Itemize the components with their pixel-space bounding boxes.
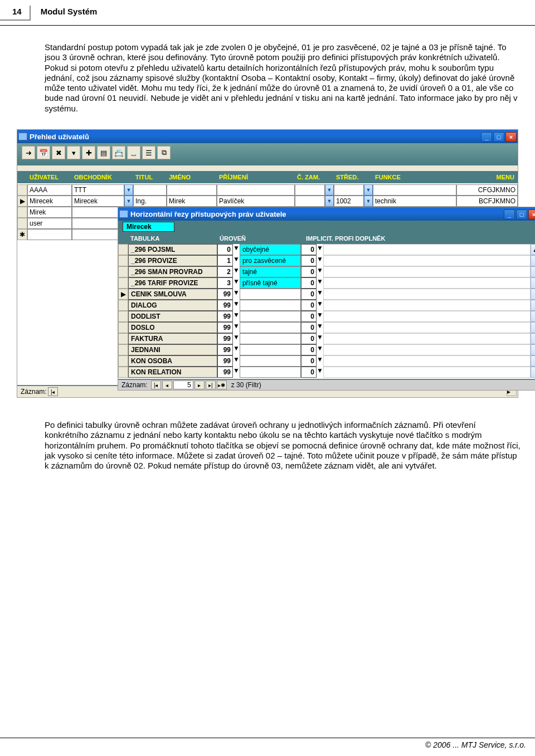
- chevron-down-icon[interactable]: ▼: [317, 333, 323, 344]
- chevron-down-icon[interactable]: ▼: [124, 184, 133, 196]
- toolbar-btn-5[interactable]: ✚: [82, 146, 95, 159]
- col-uzivatel[interactable]: UŽIVATEL: [27, 174, 72, 181]
- toolbar-btn-7[interactable]: 📇: [112, 146, 125, 159]
- scrollbar[interactable]: [531, 255, 535, 266]
- maximize-button[interactable]: □: [516, 209, 527, 220]
- close-button[interactable]: ×: [528, 209, 535, 220]
- col-jmeno[interactable]: JMÉNO: [167, 174, 217, 181]
- chevron-down-icon[interactable]: ▼: [317, 355, 323, 367]
- table-row[interactable]: KON OSOBA99▼0▼: [118, 355, 535, 367]
- col-stred[interactable]: STŘED.: [334, 174, 373, 181]
- chevron-down-icon[interactable]: ▼: [317, 255, 323, 266]
- scrollbar[interactable]: [531, 277, 535, 289]
- chevron-down-icon[interactable]: ▼: [233, 355, 240, 367]
- table-row[interactable]: ▶CENIK SMLOUVA99▼0▼: [118, 289, 535, 300]
- minimize-button[interactable]: _: [481, 132, 492, 142]
- chevron-down-icon[interactable]: ▼: [233, 311, 240, 322]
- row-selector[interactable]: [118, 255, 128, 266]
- table-row[interactable]: DODLIST99▼0▼: [118, 311, 535, 322]
- row-selector[interactable]: [118, 266, 128, 277]
- minimize-button[interactable]: _: [504, 209, 515, 220]
- col-implicit[interactable]: IMPLICIT. PROFI DOPLNĚK: [304, 235, 535, 242]
- table-row[interactable]: FAKTURA99▼0▼: [118, 333, 535, 344]
- table-row[interactable]: _296 POJSML0▼obyčejné0▼▲: [118, 244, 535, 255]
- row-selector[interactable]: [118, 333, 128, 344]
- maximize-button[interactable]: □: [493, 132, 504, 142]
- toolbar-btn-10[interactable]: ⧉: [157, 146, 171, 159]
- row-selector[interactable]: [118, 277, 128, 289]
- chevron-down-icon[interactable]: ▼: [233, 244, 240, 255]
- chevron-down-icon[interactable]: ▼: [317, 300, 323, 311]
- scrollbar[interactable]: ▲: [531, 244, 535, 255]
- toolbar-btn-3[interactable]: ✖: [52, 146, 65, 159]
- nav-prev-button[interactable]: ◂: [162, 381, 172, 389]
- table-row[interactable]: _296 TARIF PROVIZE3▼přísně tajné0▼: [118, 277, 535, 289]
- col-menu[interactable]: MENU: [456, 174, 518, 181]
- titlebar[interactable]: Přehled uživatelů _ □ ×: [17, 130, 518, 143]
- toolbar-btn-4[interactable]: ▾: [67, 146, 80, 159]
- col-uroven[interactable]: ÚROVEŇ: [217, 235, 304, 242]
- nav-position[interactable]: 5: [173, 381, 193, 389]
- toolbar-btn-1[interactable]: ➜: [22, 146, 35, 159]
- scrollbar[interactable]: [531, 333, 535, 344]
- chevron-down-icon[interactable]: ▼: [364, 184, 373, 196]
- row-selector[interactable]: [17, 207, 27, 218]
- chevron-down-icon[interactable]: ▼: [233, 322, 240, 333]
- row-selector[interactable]: [118, 322, 128, 333]
- chevron-down-icon[interactable]: ▼: [317, 311, 323, 322]
- nav-first-button[interactable]: |◂: [48, 387, 58, 396]
- row-selector[interactable]: [118, 355, 128, 367]
- close-button[interactable]: ×: [505, 132, 517, 142]
- chevron-down-icon[interactable]: ▼: [317, 277, 323, 289]
- chevron-down-icon[interactable]: ▼: [317, 322, 323, 333]
- nav-next-button[interactable]: ▸: [194, 381, 205, 389]
- table-row[interactable]: DOSLO99▼0▼: [118, 322, 535, 333]
- row-selector[interactable]: [118, 311, 128, 322]
- col-tabulka[interactable]: TABULKA: [128, 235, 217, 242]
- row-selector[interactable]: [17, 218, 27, 229]
- chevron-down-icon[interactable]: ▼: [233, 344, 240, 355]
- chevron-down-icon[interactable]: ▼: [233, 367, 240, 378]
- scrollbar[interactable]: [531, 311, 535, 322]
- row-selector[interactable]: ▶: [17, 196, 27, 207]
- chevron-down-icon[interactable]: ▼: [317, 344, 323, 355]
- scrollbar[interactable]: [531, 367, 535, 378]
- nav-new-button[interactable]: ▸✱: [217, 381, 227, 389]
- chevron-down-icon[interactable]: ▼: [317, 289, 323, 300]
- row-selector[interactable]: [17, 184, 27, 196]
- toolbar-btn-8[interactable]: ⎵: [127, 146, 140, 159]
- chevron-down-icon[interactable]: ▼: [233, 300, 240, 311]
- scrollbar[interactable]: [531, 289, 535, 300]
- row-selector[interactable]: [118, 244, 128, 255]
- chevron-down-icon[interactable]: ▼: [317, 244, 323, 255]
- table-row[interactable]: _296 SMAN PROVRAD2▼tajné0▼: [118, 266, 535, 277]
- table-row[interactable]: DIALOG99▼0▼: [118, 300, 535, 311]
- table-row[interactable]: ▶ Mirecek Mirecek ▼ Ing. Mirek Pavlíček …: [17, 196, 518, 207]
- row-selector[interactable]: [118, 344, 128, 355]
- scrollbar[interactable]: [531, 322, 535, 333]
- chevron-down-icon[interactable]: ▼: [325, 184, 334, 196]
- row-selector[interactable]: [118, 300, 128, 311]
- chevron-down-icon[interactable]: ▼: [317, 266, 323, 277]
- toolbar-btn-6[interactable]: ▤: [97, 146, 110, 159]
- scrollbar[interactable]: [531, 300, 535, 311]
- col-obchodnik[interactable]: OBCHODNÍK: [72, 174, 133, 181]
- col-czam[interactable]: Č. ZAM.: [295, 174, 334, 181]
- row-selector[interactable]: [118, 367, 128, 378]
- scrollbar[interactable]: [531, 266, 535, 277]
- chevron-down-icon[interactable]: ▼: [233, 255, 240, 266]
- titlebar[interactable]: Horizontální řezy přístupových práv uživ…: [118, 207, 535, 221]
- row-selector[interactable]: ▶: [118, 289, 128, 300]
- table-row[interactable]: KON RELATION99▼0▼: [118, 367, 535, 378]
- toolbar-btn-9[interactable]: ☰: [142, 146, 155, 159]
- chevron-down-icon[interactable]: ▼: [364, 196, 373, 207]
- chevron-down-icon[interactable]: ▼: [233, 277, 240, 289]
- nav-last-button[interactable]: ▸|: [206, 381, 216, 389]
- scrollbar[interactable]: [531, 344, 535, 355]
- table-row[interactable]: AAAA TTT ▼ ▼ ▼ CFGJKMNO: [17, 184, 518, 196]
- scrollbar[interactable]: [531, 355, 535, 367]
- col-prijmeni[interactable]: PŘÍJMENÍ: [217, 174, 295, 181]
- table-row[interactable]: _296 PROVIZE1▼pro zasvěcené0▼: [118, 255, 535, 266]
- col-titul[interactable]: TITUL: [133, 174, 167, 181]
- col-funkce[interactable]: FUNKCE: [373, 174, 456, 181]
